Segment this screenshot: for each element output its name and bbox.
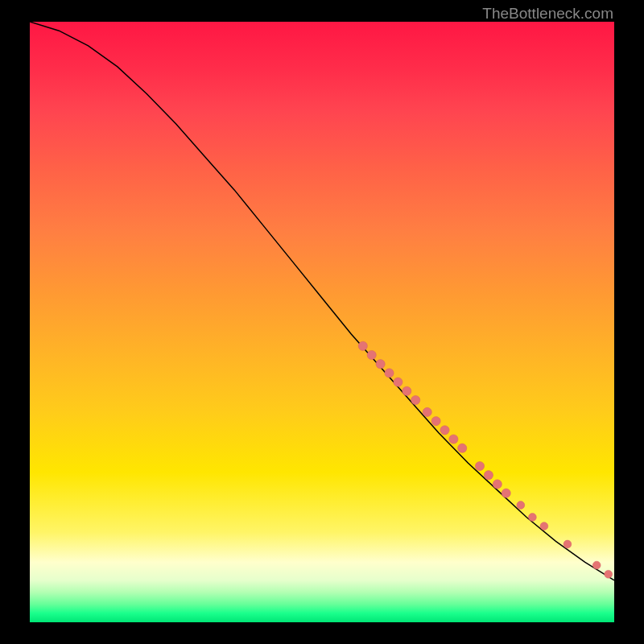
watermark: TheBottleneck.com xyxy=(482,5,613,23)
data-points-group xyxy=(358,341,612,578)
data-point xyxy=(367,350,376,359)
data-point xyxy=(540,522,548,530)
data-point xyxy=(440,426,449,435)
data-point xyxy=(484,471,493,480)
data-point xyxy=(358,341,367,350)
data-point xyxy=(449,435,458,444)
data-point xyxy=(411,395,420,404)
data-point xyxy=(394,378,402,386)
data-point xyxy=(592,561,601,569)
data-point xyxy=(529,514,537,522)
data-point xyxy=(402,386,411,395)
data-point xyxy=(376,360,385,369)
data-point xyxy=(502,489,510,497)
data-point xyxy=(475,461,484,470)
data-point xyxy=(517,502,525,510)
data-point xyxy=(431,417,440,426)
data-point xyxy=(564,540,572,548)
data-point xyxy=(493,480,502,489)
curve-line xyxy=(30,22,614,580)
data-point xyxy=(385,369,394,378)
data-point xyxy=(423,407,431,416)
data-point xyxy=(458,444,467,452)
chart-svg xyxy=(30,22,614,622)
data-point xyxy=(605,570,613,578)
chart-container xyxy=(30,22,614,622)
